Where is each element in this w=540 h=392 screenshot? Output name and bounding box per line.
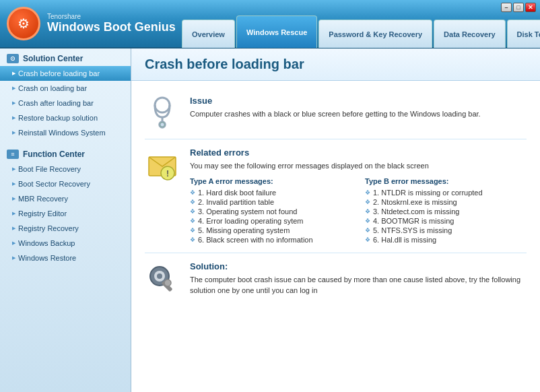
related-errors-content: Related errors You may see the following… bbox=[190, 148, 527, 244]
type-b-error-5: 5. NTFS.SYS is missing bbox=[365, 226, 527, 235]
solution-section: Solution: The computer boot crash issue … bbox=[145, 253, 527, 304]
window-controls: – □ ✕ bbox=[501, 3, 536, 12]
type-b-error-2: 2. Ntoskrnl.exe is missing bbox=[365, 197, 527, 207]
type-b-error-3: 3. Ntdetect.com is missing bbox=[365, 207, 527, 216]
solution-content: Solution: The computer boot crash issue … bbox=[190, 261, 527, 296]
minimize-button[interactable]: – bbox=[501, 3, 512, 12]
type-b-column: Type B error messages: 1. NTLDR is missi… bbox=[365, 177, 527, 244]
related-errors-description: You may see the following error messages… bbox=[190, 160, 527, 172]
header: Tenorshare Windows Boot Genius Overview … bbox=[0, 0, 540, 48]
type-b-error-1: 1. NTLDR is missing or corrupted bbox=[365, 188, 527, 197]
type-a-error-3: 3. Operating system not found bbox=[190, 207, 351, 216]
main-layout: ⊙ Solution Center Crash before loading b… bbox=[0, 48, 540, 392]
tab-disk-tools[interactable]: Disk Tools bbox=[507, 20, 540, 48]
issue-content: Issue Computer crashes with a black or b… bbox=[190, 96, 527, 120]
related-errors-icon: ! bbox=[145, 148, 180, 183]
sidebar-item-crash-on-loading[interactable]: Crash on loading bar bbox=[0, 81, 131, 96]
type-a-error-2: 2. Invalid partition table bbox=[190, 197, 351, 207]
sidebar-item-registry-recovery[interactable]: Registry Recovery bbox=[0, 221, 131, 236]
sidebar-item-boot-file-recovery[interactable]: Boot File Recovery bbox=[0, 162, 131, 176]
function-center-icon: ≡ bbox=[7, 150, 19, 159]
svg-point-0 bbox=[155, 98, 170, 112]
errors-grid: Type A error messages: 1. Hard disk boot… bbox=[190, 177, 527, 244]
maximize-button[interactable]: □ bbox=[513, 3, 524, 12]
tab-overview[interactable]: Overview bbox=[182, 20, 235, 48]
sidebar-item-windows-backup[interactable]: Windows Backup bbox=[0, 236, 131, 251]
svg-point-11 bbox=[164, 280, 171, 286]
sidebar-item-crash-after-loading[interactable]: Crash after loading bar bbox=[0, 96, 131, 110]
solution-center-icon: ⊙ bbox=[7, 54, 19, 63]
app-title: Windows Boot Genius bbox=[47, 20, 176, 35]
sidebar-item-windows-restore[interactable]: Windows Restore bbox=[0, 251, 131, 265]
type-b-error-6: 6. Hal.dll is missing bbox=[365, 235, 527, 244]
sidebar-item-mbr-recovery[interactable]: MBR Recovery bbox=[0, 191, 131, 206]
app-title-area: Tenorshare Windows Boot Genius bbox=[47, 13, 176, 35]
page-title: Crash before loading bar bbox=[131, 48, 540, 81]
function-center-header: ≡ Function Center bbox=[0, 144, 131, 162]
issue-section: Issue Computer crashes with a black or b… bbox=[145, 88, 527, 139]
type-a-error-1: 1. Hard disk boot failure bbox=[190, 188, 351, 197]
solution-title: Solution: bbox=[190, 261, 527, 271]
type-a-error-6: 6. Black screen with no information bbox=[190, 235, 351, 244]
solution-center-header: ⊙ Solution Center bbox=[0, 48, 131, 66]
sidebar-item-crash-before-loading[interactable]: Crash before loading bar bbox=[0, 66, 131, 81]
type-a-error-4: 4. Error loading operating sytem bbox=[190, 216, 351, 226]
type-b-error-4: 4. BOOTMGR is missing bbox=[365, 216, 527, 226]
tab-password-key-recovery[interactable]: Password & Key Recovery bbox=[318, 20, 432, 48]
sidebar-item-restore-backup[interactable]: Restore backup solution bbox=[0, 110, 131, 125]
type-a-column: Type A error messages: 1. Hard disk boot… bbox=[190, 177, 351, 244]
type-b-header: Type B error messages: bbox=[365, 177, 527, 185]
related-errors-title: Related errors bbox=[190, 148, 527, 158]
sidebar-item-boot-sector-recovery[interactable]: Boot Sector Recovery bbox=[0, 176, 131, 191]
app-logo bbox=[7, 7, 40, 40]
issue-description: Computer crashes with a black or blue sc… bbox=[190, 108, 527, 120]
svg-text:!: ! bbox=[166, 169, 169, 178]
solution-description: The computer boot crash issue can be cau… bbox=[190, 274, 527, 296]
solution-icon bbox=[145, 261, 180, 296]
sidebar-item-reinstall-windows[interactable]: Reinstall Windows System bbox=[0, 125, 131, 140]
type-a-error-5: 5. Missing operating system bbox=[190, 226, 351, 235]
issue-icon bbox=[145, 96, 180, 131]
nav-tabs: Overview Windows Rescue Password & Key R… bbox=[182, 0, 540, 48]
svg-point-3 bbox=[161, 123, 164, 127]
type-a-header: Type A error messages: bbox=[190, 177, 351, 185]
tab-data-recovery[interactable]: Data Recovery bbox=[434, 20, 505, 48]
sidebar: ⊙ Solution Center Crash before loading b… bbox=[0, 48, 131, 392]
related-errors-section: ! Related errors You may see the followi… bbox=[145, 139, 527, 253]
tab-windows-rescue[interactable]: Windows Rescue bbox=[236, 15, 317, 48]
issue-title: Issue bbox=[190, 96, 527, 106]
svg-point-9 bbox=[157, 273, 162, 279]
logo-area: Tenorshare Windows Boot Genius bbox=[7, 7, 182, 40]
content-area: Crash before loading bar bbox=[131, 48, 540, 392]
app-brand: Tenorshare bbox=[47, 13, 176, 20]
content-body: Issue Computer crashes with a black or b… bbox=[131, 81, 540, 311]
sidebar-item-registry-editor[interactable]: Registry Editor bbox=[0, 206, 131, 221]
close-button[interactable]: ✕ bbox=[525, 3, 536, 12]
